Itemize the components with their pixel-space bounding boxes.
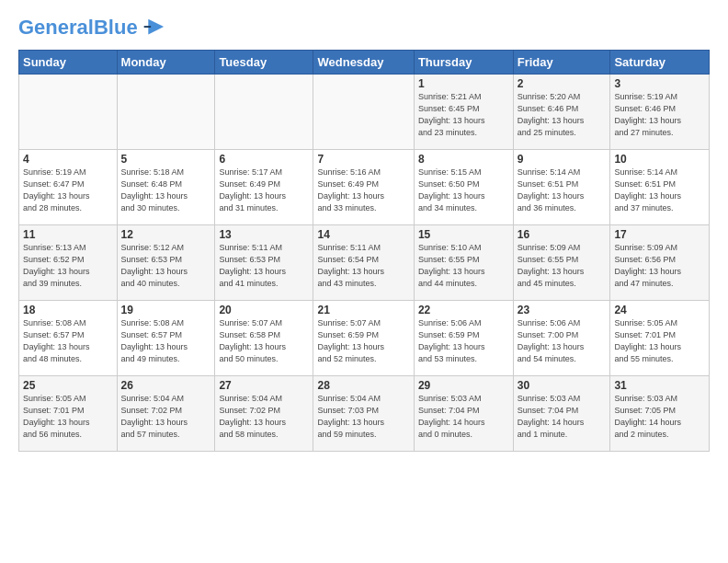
calendar-cell: 18Sunrise: 5:08 AM Sunset: 6:57 PM Dayli… xyxy=(19,301,118,376)
calendar-cell: 6Sunrise: 5:17 AM Sunset: 6:49 PM Daylig… xyxy=(215,150,313,225)
calendar-cell: 2Sunrise: 5:20 AM Sunset: 6:46 PM Daylig… xyxy=(513,75,610,150)
day-info: Sunrise: 5:19 AM Sunset: 6:46 PM Dayligh… xyxy=(614,91,705,139)
day-number: 17 xyxy=(614,228,705,241)
logo-icon xyxy=(140,15,165,40)
day-info: Sunrise: 5:21 AM Sunset: 6:45 PM Dayligh… xyxy=(418,91,509,139)
day-info: Sunrise: 5:06 AM Sunset: 6:59 PM Dayligh… xyxy=(418,317,509,365)
day-number: 24 xyxy=(614,304,705,316)
calendar-cell xyxy=(215,75,313,150)
day-number: 19 xyxy=(121,304,211,316)
calendar-cell: 9Sunrise: 5:14 AM Sunset: 6:51 PM Daylig… xyxy=(513,150,610,225)
day-number: 8 xyxy=(418,153,509,166)
calendar-cell: 14Sunrise: 5:11 AM Sunset: 6:54 PM Dayli… xyxy=(313,225,414,301)
day-number: 6 xyxy=(219,153,309,166)
day-info: Sunrise: 5:09 AM Sunset: 6:56 PM Dayligh… xyxy=(614,242,705,290)
calendar-cell: 17Sunrise: 5:09 AM Sunset: 6:56 PM Dayli… xyxy=(610,225,710,301)
calendar-week-4: 18Sunrise: 5:08 AM Sunset: 6:57 PM Dayli… xyxy=(19,301,710,376)
day-info: Sunrise: 5:06 AM Sunset: 7:00 PM Dayligh… xyxy=(518,317,607,365)
calendar-cell: 7Sunrise: 5:16 AM Sunset: 6:49 PM Daylig… xyxy=(313,150,414,225)
logo-text: GeneralBlue xyxy=(18,17,138,38)
day-number: 13 xyxy=(219,228,309,241)
weekday-header-sunday: Sunday xyxy=(19,51,118,75)
day-info: Sunrise: 5:17 AM Sunset: 6:49 PM Dayligh… xyxy=(219,167,309,214)
day-number: 7 xyxy=(317,153,409,166)
day-number: 14 xyxy=(317,228,409,241)
calendar-cell xyxy=(313,75,414,150)
calendar-week-3: 11Sunrise: 5:13 AM Sunset: 6:52 PM Dayli… xyxy=(19,225,710,301)
weekday-header-thursday: Thursday xyxy=(414,51,513,75)
day-info: Sunrise: 5:14 AM Sunset: 6:51 PM Dayligh… xyxy=(518,167,607,214)
calendar-cell: 26Sunrise: 5:04 AM Sunset: 7:02 PM Dayli… xyxy=(117,376,215,452)
day-number: 27 xyxy=(219,379,309,392)
day-info: Sunrise: 5:20 AM Sunset: 6:46 PM Dayligh… xyxy=(518,91,607,139)
day-info: Sunrise: 5:03 AM Sunset: 7:04 PM Dayligh… xyxy=(518,393,607,441)
calendar-cell: 21Sunrise: 5:07 AM Sunset: 6:59 PM Dayli… xyxy=(313,301,414,376)
svg-rect-1 xyxy=(143,26,150,28)
day-info: Sunrise: 5:18 AM Sunset: 6:48 PM Dayligh… xyxy=(121,167,211,214)
day-number: 26 xyxy=(121,379,211,392)
weekday-header-wednesday: Wednesday xyxy=(313,51,414,75)
calendar-cell: 25Sunrise: 5:05 AM Sunset: 7:01 PM Dayli… xyxy=(19,376,118,452)
day-info: Sunrise: 5:12 AM Sunset: 6:53 PM Dayligh… xyxy=(121,242,211,290)
calendar-cell: 20Sunrise: 5:07 AM Sunset: 6:58 PM Dayli… xyxy=(215,301,313,376)
day-info: Sunrise: 5:04 AM Sunset: 7:02 PM Dayligh… xyxy=(219,393,309,441)
logo-general: General xyxy=(18,16,94,39)
calendar-cell: 27Sunrise: 5:04 AM Sunset: 7:02 PM Dayli… xyxy=(215,376,313,452)
calendar-cell: 29Sunrise: 5:03 AM Sunset: 7:04 PM Dayli… xyxy=(414,376,513,452)
day-info: Sunrise: 5:16 AM Sunset: 6:49 PM Dayligh… xyxy=(317,167,409,214)
day-number: 28 xyxy=(317,379,409,392)
logo: GeneralBlue xyxy=(18,15,165,40)
day-info: Sunrise: 5:11 AM Sunset: 6:53 PM Dayligh… xyxy=(219,242,309,290)
calendar-cell: 22Sunrise: 5:06 AM Sunset: 6:59 PM Dayli… xyxy=(414,301,513,376)
calendar-cell: 13Sunrise: 5:11 AM Sunset: 6:53 PM Dayli… xyxy=(215,225,313,301)
day-number: 23 xyxy=(518,304,607,316)
day-number: 2 xyxy=(518,77,607,90)
day-number: 1 xyxy=(418,77,509,90)
day-number: 30 xyxy=(518,379,607,392)
weekday-header-saturday: Saturday xyxy=(610,51,710,75)
calendar-cell: 19Sunrise: 5:08 AM Sunset: 6:57 PM Dayli… xyxy=(117,301,215,376)
day-number: 4 xyxy=(23,153,113,166)
day-number: 10 xyxy=(614,153,705,166)
logo-blue: Blue xyxy=(94,16,138,39)
day-info: Sunrise: 5:03 AM Sunset: 7:04 PM Dayligh… xyxy=(418,393,509,441)
calendar-cell: 11Sunrise: 5:13 AM Sunset: 6:52 PM Dayli… xyxy=(19,225,118,301)
weekday-header-monday: Monday xyxy=(117,51,215,75)
weekday-header-tuesday: Tuesday xyxy=(215,51,313,75)
day-info: Sunrise: 5:03 AM Sunset: 7:05 PM Dayligh… xyxy=(614,393,705,441)
calendar-week-5: 25Sunrise: 5:05 AM Sunset: 7:01 PM Dayli… xyxy=(19,376,710,452)
day-info: Sunrise: 5:09 AM Sunset: 6:55 PM Dayligh… xyxy=(518,242,607,290)
calendar-cell: 28Sunrise: 5:04 AM Sunset: 7:03 PM Dayli… xyxy=(313,376,414,452)
day-info: Sunrise: 5:05 AM Sunset: 7:01 PM Dayligh… xyxy=(614,317,705,365)
day-number: 3 xyxy=(614,77,705,90)
weekday-header-friday: Friday xyxy=(513,51,610,75)
calendar-cell: 30Sunrise: 5:03 AM Sunset: 7:04 PM Dayli… xyxy=(513,376,610,452)
calendar-cell: 23Sunrise: 5:06 AM Sunset: 7:00 PM Dayli… xyxy=(513,301,610,376)
day-info: Sunrise: 5:04 AM Sunset: 7:02 PM Dayligh… xyxy=(121,393,211,441)
day-number: 20 xyxy=(219,304,309,316)
calendar-cell: 12Sunrise: 5:12 AM Sunset: 6:53 PM Dayli… xyxy=(117,225,215,301)
calendar-cell: 4Sunrise: 5:19 AM Sunset: 6:47 PM Daylig… xyxy=(19,150,118,225)
day-number: 16 xyxy=(518,228,607,241)
calendar-table: SundayMondayTuesdayWednesdayThursdayFrid… xyxy=(18,50,710,452)
day-info: Sunrise: 5:08 AM Sunset: 6:57 PM Dayligh… xyxy=(23,317,113,365)
calendar-cell: 10Sunrise: 5:14 AM Sunset: 6:51 PM Dayli… xyxy=(610,150,710,225)
day-number: 12 xyxy=(121,228,211,241)
day-info: Sunrise: 5:04 AM Sunset: 7:03 PM Dayligh… xyxy=(317,393,409,441)
day-info: Sunrise: 5:15 AM Sunset: 6:50 PM Dayligh… xyxy=(418,167,509,214)
day-number: 5 xyxy=(121,153,211,166)
day-info: Sunrise: 5:10 AM Sunset: 6:55 PM Dayligh… xyxy=(418,242,509,290)
day-info: Sunrise: 5:19 AM Sunset: 6:47 PM Dayligh… xyxy=(23,167,113,214)
calendar-cell: 8Sunrise: 5:15 AM Sunset: 6:50 PM Daylig… xyxy=(414,150,513,225)
calendar-cell: 3Sunrise: 5:19 AM Sunset: 6:46 PM Daylig… xyxy=(610,75,710,150)
day-number: 9 xyxy=(518,153,607,166)
day-number: 29 xyxy=(418,379,509,392)
day-info: Sunrise: 5:13 AM Sunset: 6:52 PM Dayligh… xyxy=(23,242,113,290)
day-number: 31 xyxy=(614,379,705,392)
day-number: 21 xyxy=(317,304,409,316)
calendar-cell xyxy=(19,75,118,150)
page-container: GeneralBlue SundayMondayTuesdayWednesday… xyxy=(0,0,728,461)
day-info: Sunrise: 5:14 AM Sunset: 6:51 PM Dayligh… xyxy=(614,167,705,214)
calendar-cell: 1Sunrise: 5:21 AM Sunset: 6:45 PM Daylig… xyxy=(414,75,513,150)
day-number: 25 xyxy=(23,379,113,392)
